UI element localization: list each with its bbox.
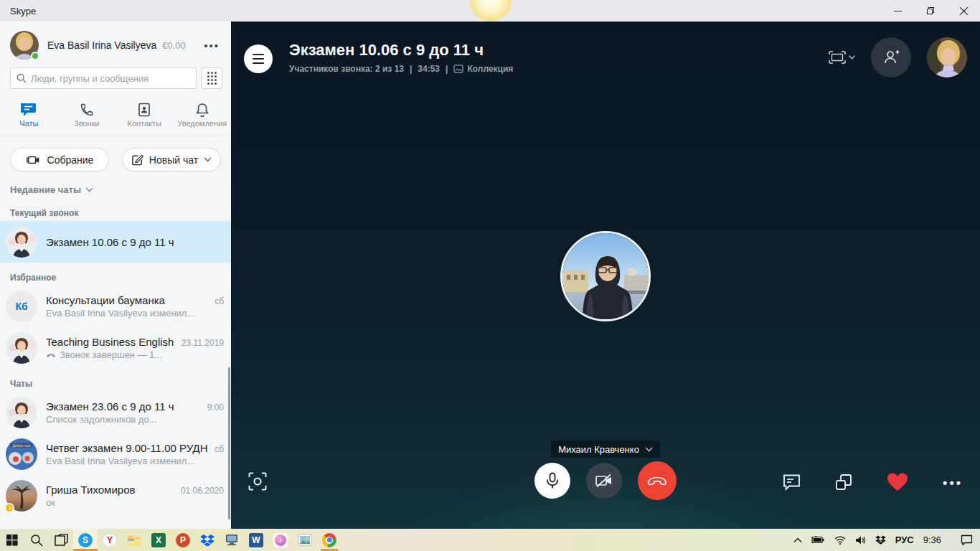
camera-off-button[interactable]	[586, 463, 622, 499]
sidebar: Eva Basil Irina Vasilyeva €0,00 •••	[0, 22, 231, 529]
restore-button[interactable]	[914, 0, 947, 22]
call-header: Экзамен 10.06 с 9 до 11 ч Участников зво…	[244, 40, 513, 74]
chat-item-teaching[interactable]: Teaching Business English 23.11.2019 Зво…	[0, 327, 231, 369]
search-icon	[17, 73, 27, 83]
chat-time: сб	[215, 296, 224, 306]
meeting-button-label: Собрание	[47, 154, 94, 166]
add-person-icon[interactable]	[871, 37, 911, 77]
chat-list: Текущий звонок Экзамен 10.06 с 9 до 11 ч	[0, 198, 231, 529]
gallery-icon	[453, 65, 463, 73]
section-current-call: Текущий звонок	[0, 198, 231, 221]
more-options-icon[interactable]: •••	[943, 476, 963, 491]
self-avatar[interactable]	[927, 37, 967, 77]
chevron-down-icon	[645, 447, 653, 452]
chat-time: 9:00	[207, 402, 224, 413]
chat-message-icon[interactable]	[783, 474, 801, 494]
sidebar-scrollbar[interactable]	[228, 367, 230, 519]
chat-item-ekzamen-2306[interactable]: Экзамен 23.06 с 9 до 11 ч 9:00 Список за…	[0, 392, 231, 433]
search-row	[10, 67, 222, 89]
search-box[interactable]	[10, 67, 197, 89]
chat-name: Четвег экзамен 9.00-11.00 РУДН	[46, 442, 210, 454]
profile-balance: €0,00	[162, 40, 186, 51]
taskbar-itunes-icon[interactable]: ♪	[268, 529, 293, 551]
search-input[interactable]	[31, 73, 190, 84]
heart-icon[interactable]	[887, 472, 908, 494]
layout-grid-icon[interactable]	[829, 51, 855, 64]
avatar[interactable]	[10, 31, 39, 60]
chat-avatar	[6, 332, 37, 364]
taskbar-excel-icon[interactable]: X	[146, 529, 171, 551]
start-button[interactable]	[0, 529, 24, 551]
task-view-icon[interactable]	[49, 529, 73, 551]
dialpad-icon[interactable]	[201, 67, 222, 89]
chat-avatar	[6, 480, 37, 512]
hang-up-button[interactable]	[638, 461, 677, 500]
microphone-icon	[545, 472, 560, 489]
new-chat-button-label: Новый чат	[149, 154, 198, 166]
tab-calls[interactable]: Звонки	[58, 95, 116, 136]
taskbar-explorer-icon[interactable]	[122, 529, 146, 551]
minimize-button[interactable]	[881, 0, 914, 22]
active-speaker-pill[interactable]: Михаил Кравченко	[551, 441, 660, 458]
close-button[interactable]	[947, 0, 980, 22]
call-stage: Экзамен 10.06 с 9 до 11 ч Участников зво…	[231, 22, 980, 529]
chat-avatar: Добро пож	[6, 438, 37, 470]
system-tray: РУС 9:36	[793, 529, 980, 551]
chat-name: Экзамен 23.06 с 9 до 11 ч	[46, 400, 203, 413]
snapshot-icon[interactable]	[248, 472, 267, 494]
window-titlebar[interactable]: Skype	[0, 0, 980, 22]
volume-icon[interactable]	[855, 536, 866, 545]
participant-tile[interactable]	[560, 231, 651, 321]
taskbar-skype-icon[interactable]: S	[73, 529, 98, 551]
taskbar-chrome-icon[interactable]	[317, 529, 341, 551]
chat-item-chetveg[interactable]: Добро пож Четвег экзамен 9.00-11.00 РУДН…	[0, 433, 231, 475]
call-controls: •••	[231, 461, 980, 500]
microphone-button[interactable]	[534, 463, 570, 499]
tab-notifications[interactable]: Уведомления	[174, 95, 232, 136]
chat-preview: Звонок завершен — 1...	[60, 349, 162, 360]
taskbar-word-icon[interactable]: W	[244, 529, 268, 551]
tray-dropbox-icon[interactable]	[875, 535, 886, 545]
section-favorites: Избранное	[0, 263, 231, 286]
away-status-clock-icon	[4, 503, 14, 513]
right-controls: •••	[783, 472, 963, 494]
taskbar-powerpoint-icon[interactable]: P	[171, 529, 195, 551]
chat-preview: Eva Basil Irina Vasilyeva изменил...	[46, 456, 194, 466]
contacts-book-icon	[137, 103, 151, 117]
tab-contacts[interactable]: Контакты	[116, 95, 174, 136]
clock[interactable]: 9:36	[923, 534, 941, 545]
tab-chats-label: Чаты	[19, 119, 38, 128]
taskbar-search-icon[interactable]	[24, 529, 49, 551]
profile-row[interactable]: Eva Basil Irina Vasilyeva €0,00 •••	[0, 22, 231, 62]
battery-icon[interactable]	[811, 536, 825, 544]
meeting-button[interactable]: Собрание	[10, 148, 109, 171]
tab-chats[interactable]: Чаты	[0, 95, 58, 136]
hamburger-menu-icon[interactable]	[244, 44, 273, 73]
taskbar-photos-icon[interactable]	[293, 529, 317, 551]
hang-up-icon	[646, 475, 668, 486]
actions-row: Собрание Новый чат	[0, 136, 231, 171]
tray-chevron-up-icon[interactable]	[793, 537, 802, 543]
language-indicator[interactable]: РУС	[895, 534, 914, 545]
ellipsis-icon[interactable]: •••	[201, 37, 222, 55]
gallery-link[interactable]: Коллекция	[453, 64, 513, 74]
taskbar-yandex-icon[interactable]: Y	[98, 529, 122, 551]
tab-contacts-label: Контакты	[127, 119, 161, 128]
recent-chats-header[interactable]: Недавние чаты	[0, 171, 231, 195]
taskbar-display-icon[interactable]	[220, 529, 244, 551]
window-controls	[881, 0, 980, 22]
taskbar-dropbox-icon[interactable]	[195, 529, 220, 551]
chat-item-current-call[interactable]: Экзамен 10.06 с 9 до 11 ч	[0, 221, 231, 263]
chevron-down-icon	[204, 157, 212, 162]
action-center-icon[interactable]	[961, 534, 973, 545]
chat-item-konsultacii[interactable]: Кб Консультации бауманка сб Eva Basil Ir…	[0, 286, 231, 327]
new-chat-button[interactable]: Новый чат	[122, 148, 221, 171]
popout-window-icon[interactable]	[835, 474, 852, 494]
taskbar: S Y X P	[0, 529, 980, 551]
chat-item-grisha[interactable]: Гриша Тихомиров 01.06.2020 ок	[0, 475, 231, 517]
wifi-icon[interactable]	[834, 536, 846, 545]
chevron-down-icon	[85, 187, 93, 192]
chat-time: 01.06.2020	[181, 486, 224, 496]
active-speaker-name: Михаил Кравченко	[558, 444, 639, 455]
call-duration: 34:53	[418, 64, 440, 74]
